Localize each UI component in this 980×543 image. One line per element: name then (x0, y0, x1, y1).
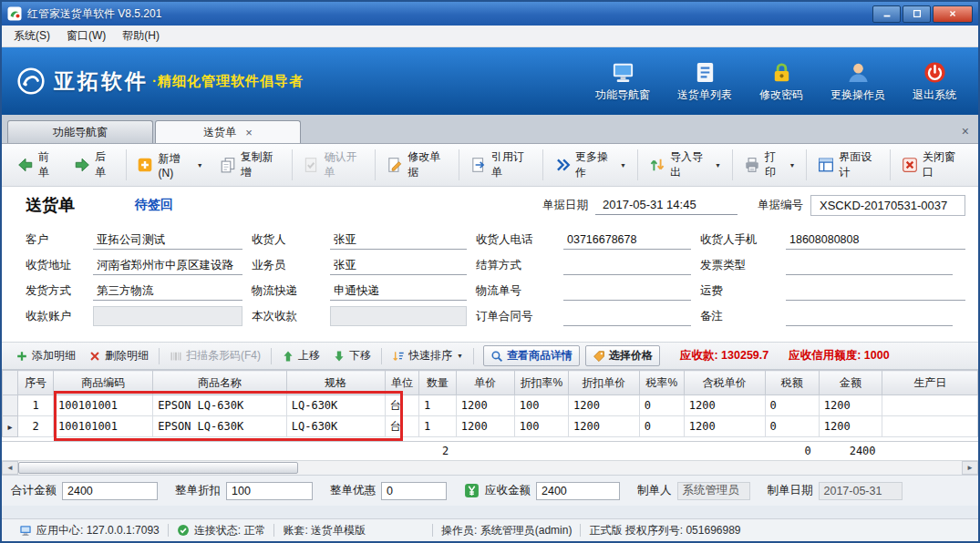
column-header-7[interactable]: 折扣率% (514, 371, 568, 395)
cell-r0c2[interactable]: EPSON LQ-630K (153, 395, 287, 416)
toolbar-button-arrow-right[interactable]: 后单 (66, 144, 122, 186)
row-indicator[interactable]: ▸ (3, 416, 18, 437)
tab-close-icon[interactable]: × (245, 127, 253, 138)
field-order-contract-no[interactable] (563, 307, 691, 326)
minimize-button[interactable] (872, 5, 901, 23)
field-remark[interactable] (786, 307, 953, 326)
toolbar-button-arrow-left[interactable]: 前单 (9, 144, 66, 186)
column-header-13[interactable]: 生产日 (882, 371, 978, 395)
column-header-0[interactable]: 序号 (18, 371, 54, 395)
field-salesman[interactable]: 张亚 (330, 256, 467, 275)
detail-button-down[interactable]: 下移 (326, 346, 377, 365)
field-address[interactable]: 河南省郑州市中原区建设路 (93, 256, 242, 275)
detail-button-search[interactable]: 查看商品详情 (483, 345, 580, 366)
column-header-12[interactable]: 金额 (819, 371, 882, 395)
toolbar-button-new[interactable]: 新增(N)▼ (129, 146, 211, 185)
column-header-11[interactable]: 税额 (765, 371, 819, 395)
scroll-right-icon[interactable]: ► (962, 461, 978, 475)
footer-field-doc-discount[interactable]: 100 (226, 482, 313, 500)
cell-r1c7[interactable]: 100 (514, 416, 568, 437)
field-settlement-method[interactable] (563, 256, 691, 275)
cell-r0c3[interactable]: LQ-630K (286, 395, 385, 416)
menu-item-2[interactable]: 帮助(H) (114, 26, 168, 46)
field-freight[interactable] (786, 282, 965, 301)
toolbar-button-design[interactable]: 界面设计 (810, 144, 887, 186)
cell-r0c11[interactable]: 0 (765, 395, 819, 416)
tabbar-close-button[interactable]: × (956, 124, 975, 138)
toolbar-button-edit[interactable]: 修改单据 (378, 144, 456, 186)
toolbar-button-more[interactable]: 更多操作▼ (546, 144, 634, 186)
column-header-3[interactable]: 规格 (286, 371, 385, 395)
banner-button-list[interactable]: 送货单列表 (677, 60, 732, 103)
cell-r0c6[interactable]: 1200 (456, 395, 514, 416)
field-customer[interactable]: 亚拓公司测试 (93, 231, 242, 250)
cell-r0c12[interactable]: 1200 (819, 395, 882, 416)
column-header-6[interactable]: 单价 (456, 371, 514, 395)
cell-r0c7[interactable]: 100 (514, 395, 568, 416)
column-header-2[interactable]: 商品名称 (153, 371, 287, 395)
horizontal-scrollbar[interactable]: ◄ ► (2, 460, 978, 475)
toolbar-button-closewin[interactable]: 关闭窗口 (893, 144, 971, 186)
footer-field-doc-reduction[interactable]: 0 (381, 482, 447, 500)
column-header-4[interactable]: 单位 (385, 371, 418, 395)
cell-r1c3[interactable]: LQ-630K (286, 416, 385, 437)
banner-button-lock[interactable]: 修改密码 (759, 60, 803, 103)
cell-r1c6[interactable]: 1200 (456, 416, 514, 437)
titlebar[interactable]: 红管家送货单软件 V8.5.201 (2, 2, 978, 26)
field-consignee[interactable]: 张亚 (330, 231, 467, 250)
cell-r1c0[interactable]: 2 (18, 416, 54, 437)
column-header-8[interactable]: 折扣单价 (568, 371, 639, 395)
field-invoice-type[interactable] (786, 256, 953, 275)
toolbar-button-confirm[interactable]: 确认开单 (294, 144, 372, 186)
scroll-track[interactable] (298, 461, 962, 475)
tab-1[interactable]: 送货单× (155, 120, 301, 143)
menu-item-1[interactable]: 窗口(W) (58, 26, 114, 46)
cell-r1c10[interactable]: 1200 (684, 416, 765, 437)
detail-button-tag[interactable]: 选择价格 (585, 345, 660, 366)
column-header-5[interactable]: 数量 (418, 371, 456, 395)
detail-button-up[interactable]: 上移 (275, 346, 326, 365)
doc-date-value[interactable]: 2017-05-31 14:45 (595, 196, 738, 215)
toolbar-button-impexp[interactable]: 导入导出▼ (641, 144, 729, 186)
detail-button-sort[interactable]: 快速排序▼ (386, 346, 469, 365)
maximize-button[interactable] (903, 5, 931, 23)
column-header-9[interactable]: 税率% (639, 371, 684, 395)
field-consignee-phone[interactable]: 03716678678 (563, 231, 691, 250)
footer-field-total-amount[interactable]: 2400 (62, 482, 158, 500)
banner-button-user[interactable]: 更换操作员 (830, 60, 885, 103)
detail-button-barcode[interactable]: 扫描条形码(F4) (163, 346, 267, 365)
cell-r1c5[interactable]: 1 (418, 416, 456, 437)
cell-r1c13[interactable] (882, 416, 978, 437)
cell-r1c9[interactable]: 0 (639, 416, 684, 437)
toolbar-button-copy[interactable]: 复制新增 (211, 144, 289, 186)
doc-number-value[interactable]: XSCKD-20170531-0037 (810, 195, 965, 216)
cell-r1c2[interactable]: EPSON LQ-630K (153, 416, 287, 437)
cell-r0c9[interactable]: 0 (639, 395, 684, 416)
footer-field-receivable-amount[interactable]: 2400 (536, 482, 620, 500)
field-delivery-method[interactable]: 第三方物流 (93, 282, 242, 301)
row-indicator[interactable] (3, 395, 18, 416)
column-header-1[interactable]: 商品编码 (54, 371, 153, 395)
field-consignee-mobile[interactable]: 18608080808 (786, 231, 965, 250)
cell-r1c11[interactable]: 0 (765, 416, 819, 437)
cell-r0c1[interactable]: 100101001 (54, 395, 153, 416)
cell-r1c1[interactable]: 100101001 (54, 416, 153, 437)
cell-r0c8[interactable]: 1200 (568, 395, 639, 416)
cell-r0c10[interactable]: 1200 (684, 395, 765, 416)
toolbar-button-print[interactable]: 打印▼ (736, 144, 803, 186)
close-button[interactable] (933, 5, 973, 23)
toolbar-button-quote[interactable]: 引用订单 (462, 144, 540, 186)
cell-r1c12[interactable]: 1200 (819, 416, 882, 437)
field-logistics-no[interactable] (563, 282, 691, 301)
cell-r0c0[interactable]: 1 (18, 395, 54, 416)
cell-r1c4[interactable]: 台 (385, 416, 418, 437)
detail-button-remove[interactable]: 删除明细 (82, 346, 155, 365)
field-logistics-express[interactable]: 申通快递 (330, 282, 467, 301)
cell-r0c4[interactable]: 台 (385, 395, 418, 416)
cell-r0c13[interactable] (882, 395, 978, 416)
scroll-thumb[interactable] (18, 462, 298, 474)
cell-r1c8[interactable]: 1200 (568, 416, 639, 437)
column-header-10[interactable]: 含税单价 (684, 371, 765, 395)
banner-button-power[interactable]: 退出系统 (913, 60, 956, 103)
detail-button-add[interactable]: 添加明细 (9, 346, 82, 365)
